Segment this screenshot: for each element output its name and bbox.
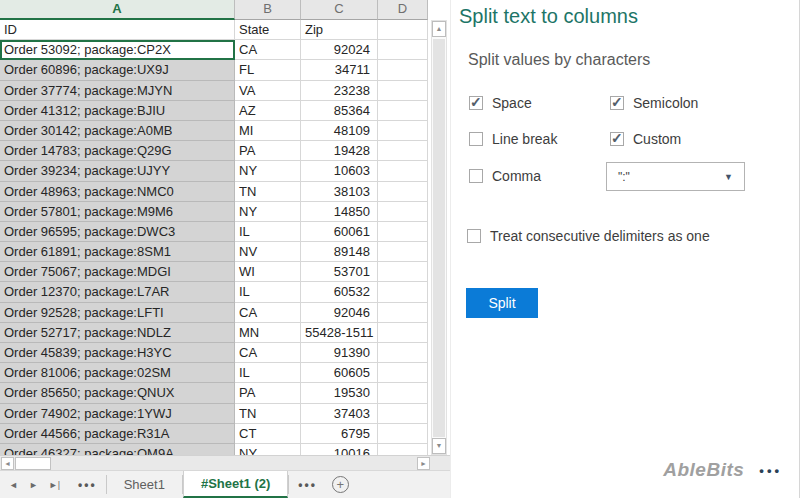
cell[interactable]: CA <box>235 40 301 60</box>
vertical-scroll-thumb[interactable] <box>433 39 445 437</box>
semicolon-checkbox[interactable]: Semicolon <box>610 95 698 111</box>
cell[interactable]: NY <box>235 161 301 181</box>
cell[interactable]: ID <box>0 20 235 40</box>
cell[interactable]: 60061 <box>301 222 378 242</box>
cell[interactable]: 85364 <box>301 101 378 121</box>
cell[interactable]: Order 60896; package:UX9J <box>0 60 235 80</box>
cell[interactable]: 10603 <box>301 161 378 181</box>
cell[interactable]: 6795 <box>301 424 378 444</box>
cell[interactable]: Order 57801; package:M9M6 <box>0 202 235 222</box>
cell[interactable]: Order 39234; package:UJYY <box>0 161 235 181</box>
scroll-up-icon[interactable]: ▲ <box>432 21 446 37</box>
cell[interactable]: CA <box>235 303 301 323</box>
comma-checkbox[interactable]: Comma <box>469 168 541 184</box>
cell[interactable] <box>378 222 428 242</box>
cell[interactable] <box>378 202 428 222</box>
cell[interactable]: 92024 <box>301 40 378 60</box>
cell[interactable] <box>378 323 428 343</box>
cell[interactable]: Order 92528; package:LFTI <box>0 303 235 323</box>
cell[interactable]: 53701 <box>301 262 378 282</box>
cell[interactable]: 91390 <box>301 343 378 363</box>
cell[interactable] <box>378 161 428 181</box>
scroll-left-icon[interactable]: ◄ <box>1 457 14 470</box>
cell[interactable] <box>378 242 428 262</box>
cell[interactable]: Order 85650; package:QNUX <box>0 383 235 403</box>
cell[interactable]: Order 37774; package:MJYN <box>0 81 235 101</box>
scroll-down-icon[interactable]: ▼ <box>432 438 446 454</box>
cell[interactable]: PA <box>235 383 301 403</box>
cell[interactable] <box>378 262 428 282</box>
cell[interactable]: Order 14783; package:Q29G <box>0 141 235 161</box>
horizontal-scroll-thumb[interactable] <box>15 457 51 470</box>
cell[interactable] <box>378 40 428 60</box>
cell[interactable] <box>378 363 428 383</box>
cell[interactable]: WI <box>235 262 301 282</box>
split-button[interactable]: Split <box>466 288 538 318</box>
cell[interactable]: 89148 <box>301 242 378 262</box>
cell[interactable] <box>378 404 428 424</box>
cell[interactable]: 55428-1511 <box>301 323 378 343</box>
cell[interactable]: MI <box>235 121 301 141</box>
cell[interactable]: 37403 <box>301 404 378 424</box>
cell[interactable]: Order 44566; package:R31A <box>0 424 235 444</box>
cell[interactable] <box>378 282 428 302</box>
last-sheet-icon[interactable]: ►| <box>49 480 60 490</box>
cell[interactable]: State <box>235 20 301 40</box>
cell[interactable]: Order 81006; package:02SM <box>0 363 235 383</box>
cell[interactable]: Order 30142; package:A0MB <box>0 121 235 141</box>
cell[interactable] <box>378 383 428 403</box>
custom-checkbox[interactable]: Custom <box>610 131 681 147</box>
cell[interactable] <box>378 182 428 202</box>
line-break-checkbox[interactable]: Line break <box>469 131 557 147</box>
cell[interactable]: NY <box>235 202 301 222</box>
cell[interactable] <box>378 20 428 40</box>
cell[interactable] <box>378 424 428 444</box>
cell[interactable]: 14850 <box>301 202 378 222</box>
cell[interactable]: VA <box>235 81 301 101</box>
cell[interactable] <box>378 81 428 101</box>
column-header-c[interactable]: C <box>301 0 378 20</box>
tab-sheet1-2-active[interactable]: #Sheet1 (2) <box>183 471 288 498</box>
cell[interactable]: Order 61891; package:8SM1 <box>0 242 235 262</box>
cell[interactable]: 10016 <box>301 444 378 455</box>
tab-sheet1[interactable]: Sheet1 <box>107 471 182 498</box>
custom-delimiter-dropdown[interactable]: ":" ▼ <box>606 162 745 191</box>
tab-overflow-right[interactable]: ••• <box>289 471 326 498</box>
cell[interactable] <box>378 303 428 323</box>
column-header-a[interactable]: A <box>0 0 235 20</box>
cell[interactable] <box>378 121 428 141</box>
cell[interactable]: Zip <box>301 20 378 40</box>
cell[interactable]: PA <box>235 141 301 161</box>
column-header-d[interactable]: D <box>378 0 428 20</box>
first-sheet-icon[interactable]: ◄ <box>9 480 18 490</box>
cell[interactable]: TN <box>235 182 301 202</box>
cell[interactable] <box>378 343 428 363</box>
cell[interactable]: NV <box>235 242 301 262</box>
add-sheet-icon[interactable]: + <box>332 476 349 493</box>
cell[interactable]: CA <box>235 343 301 363</box>
column-header-b[interactable]: B <box>235 0 301 20</box>
cell[interactable]: 34711 <box>301 60 378 80</box>
vertical-scrollbar[interactable]: ▲ ▼ <box>431 20 447 455</box>
treat-consecutive-checkbox[interactable]: Treat consecutive delimiters as one <box>467 228 710 244</box>
cell[interactable]: 60532 <box>301 282 378 302</box>
cell[interactable]: Order 53092; package:CP2X <box>0 40 235 60</box>
cell[interactable]: Order 96595; package:DWC3 <box>0 222 235 242</box>
scroll-right-icon[interactable]: ► <box>417 457 430 470</box>
cell[interactable]: 19530 <box>301 383 378 403</box>
cell[interactable]: MN <box>235 323 301 343</box>
cell[interactable]: CT <box>235 424 301 444</box>
cell[interactable]: Order 52717; package:NDLZ <box>0 323 235 343</box>
cell[interactable]: 48109 <box>301 121 378 141</box>
cell[interactable]: 38103 <box>301 182 378 202</box>
cell[interactable]: Order 48963; package:NMC0 <box>0 182 235 202</box>
more-options-icon[interactable]: ••• <box>759 463 782 478</box>
cell[interactable]: NY <box>235 444 301 455</box>
cell[interactable] <box>378 60 428 80</box>
cell[interactable]: TN <box>235 404 301 424</box>
cell[interactable]: 60605 <box>301 363 378 383</box>
tab-overflow-left[interactable]: ••• <box>69 471 106 498</box>
cell[interactable]: Order 45839; package:H3YC <box>0 343 235 363</box>
cell[interactable]: IL <box>235 222 301 242</box>
cell[interactable]: IL <box>235 282 301 302</box>
